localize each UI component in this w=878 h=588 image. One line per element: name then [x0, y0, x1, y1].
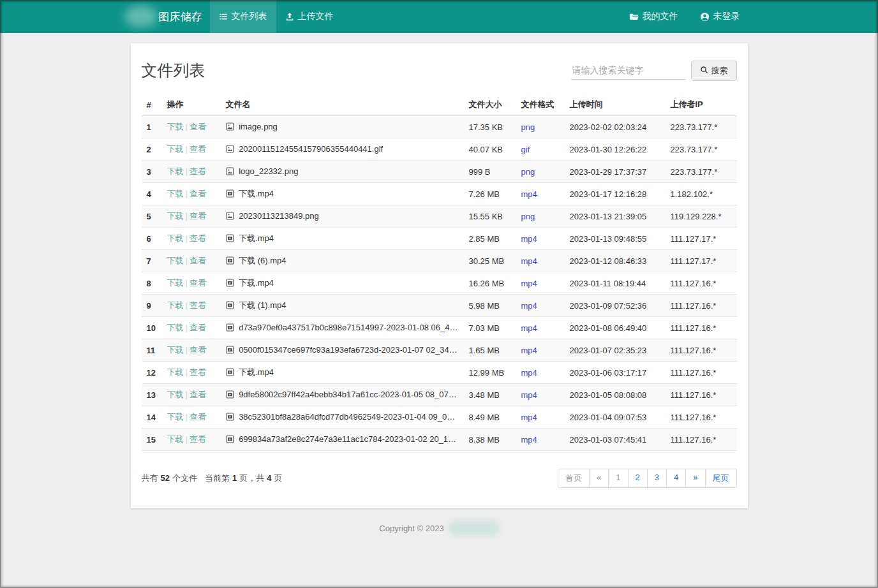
- download-link[interactable]: 下载: [167, 412, 184, 422]
- download-link[interactable]: 下载: [167, 434, 184, 444]
- pagination-button[interactable]: »: [685, 469, 705, 488]
- view-link[interactable]: 查看: [190, 300, 206, 310]
- download-link[interactable]: 下载: [167, 166, 184, 176]
- view-link[interactable]: 查看: [190, 166, 206, 176]
- download-link[interactable]: 下载: [167, 278, 184, 288]
- search-input[interactable]: [571, 61, 686, 80]
- table-row: 3 下载|查看 logo_22332.png 999 B png 2023-01…: [142, 161, 737, 183]
- nav-item-file-list[interactable]: 文件列表: [210, 0, 276, 33]
- file-format-link[interactable]: mp4: [521, 189, 537, 199]
- nav-item-login-status[interactable]: 未登录: [692, 0, 748, 33]
- download-link[interactable]: 下载: [167, 390, 184, 399]
- view-link[interactable]: 查看: [190, 390, 206, 399]
- action-separator: |: [186, 166, 188, 176]
- file-format-link[interactable]: png: [521, 212, 535, 221]
- download-link[interactable]: 下载: [167, 211, 184, 221]
- download-link[interactable]: 下载: [167, 323, 184, 332]
- nav-item-my-files[interactable]: 我的文件: [621, 0, 686, 33]
- file-format-link[interactable]: png: [521, 167, 535, 177]
- file-video-icon: [226, 301, 234, 311]
- view-link[interactable]: 查看: [190, 122, 206, 131]
- download-link[interactable]: 下载: [167, 189, 184, 198]
- action-separator: |: [186, 122, 188, 131]
- view-link[interactable]: 查看: [190, 367, 206, 377]
- list-icon: [219, 12, 228, 21]
- view-link[interactable]: 查看: [190, 144, 206, 154]
- file-video-icon: [226, 435, 234, 445]
- pagination-button[interactable]: 3: [647, 469, 667, 488]
- file-size: 40.07 KB: [464, 138, 516, 161]
- view-link[interactable]: 查看: [190, 189, 206, 198]
- file-video-icon: [226, 413, 234, 423]
- current-page-number: 1: [232, 473, 237, 483]
- download-link[interactable]: 下载: [167, 345, 184, 355]
- file-video-icon: [226, 189, 234, 200]
- file-format-link[interactable]: png: [521, 122, 535, 132]
- row-index: 2: [142, 138, 162, 161]
- view-link[interactable]: 查看: [190, 345, 206, 355]
- download-link[interactable]: 下载: [167, 122, 184, 131]
- header-format: 文件格式: [516, 94, 565, 116]
- file-video-icon: [226, 323, 234, 334]
- file-format-link[interactable]: mp4: [521, 346, 537, 355]
- download-link[interactable]: 下载: [167, 367, 184, 377]
- view-link[interactable]: 查看: [190, 434, 206, 444]
- row-index: 9: [142, 295, 162, 317]
- upload-time: 2023-01-12 08:46:33: [565, 250, 666, 272]
- pagination: 首页«1234»尾页: [558, 469, 736, 488]
- file-format-link[interactable]: mp4: [521, 301, 537, 311]
- uploader-ip: 111.127.16.*: [666, 362, 737, 384]
- view-link[interactable]: 查看: [190, 256, 206, 265]
- view-link[interactable]: 查看: [190, 323, 206, 332]
- table-row: 10 下载|查看 d73a970ef0a437517b0c898e7151499…: [142, 317, 737, 339]
- nav-item-upload[interactable]: 上传文件: [276, 0, 343, 33]
- row-index: 8: [142, 272, 162, 295]
- row-index: 5: [142, 205, 162, 228]
- folder-icon: [629, 12, 639, 22]
- header-uploader-ip: 上传者IP: [666, 94, 737, 116]
- file-image-icon: [226, 167, 234, 177]
- view-link[interactable]: 查看: [190, 412, 206, 422]
- view-link[interactable]: 查看: [190, 211, 206, 221]
- file-format-link[interactable]: mp4: [521, 435, 537, 445]
- pagination-button[interactable]: 2: [628, 469, 648, 488]
- search-button[interactable]: 搜索: [691, 61, 737, 81]
- row-actions: 下载|查看: [162, 406, 221, 429]
- file-size: 7.26 MB: [464, 183, 516, 205]
- uploader-ip: 111.127.17.*: [666, 228, 737, 250]
- file-format-link[interactable]: mp4: [521, 413, 537, 422]
- uploader-ip: 223.73.177.*: [666, 116, 737, 138]
- file-format-link[interactable]: mp4: [521, 256, 537, 266]
- download-link[interactable]: 下载: [167, 144, 184, 154]
- file-name: 下载 (6).mp4: [239, 256, 286, 265]
- file-size: 17.35 KB: [464, 116, 516, 138]
- summary-text: 页: [274, 473, 282, 484]
- row-filename-cell: 下载.mp4: [221, 228, 464, 250]
- view-link[interactable]: 查看: [190, 233, 206, 243]
- row-index: 7: [142, 250, 162, 272]
- file-video-icon: [226, 279, 234, 289]
- file-format-link[interactable]: gif: [521, 145, 530, 154]
- row-format-cell: png: [516, 205, 565, 228]
- download-link[interactable]: 下载: [167, 233, 184, 243]
- download-link[interactable]: 下载: [167, 300, 184, 310]
- row-actions: 下载|查看: [162, 429, 221, 451]
- file-format-link[interactable]: mp4: [521, 323, 537, 333]
- file-format-link[interactable]: mp4: [521, 279, 537, 288]
- file-name: logo_22332.png: [239, 166, 298, 176]
- row-format-cell: png: [516, 161, 565, 183]
- nav-item-label: 文件列表: [232, 11, 267, 22]
- pagination-button[interactable]: 4: [666, 469, 686, 488]
- row-index: 15: [142, 429, 162, 451]
- file-format-link[interactable]: mp4: [521, 390, 537, 400]
- brand-link[interactable]: 图床储存: [124, 0, 202, 33]
- view-link[interactable]: 查看: [190, 278, 206, 288]
- file-name: d73a970ef0a437517b0c898e71514997-2023-01…: [239, 323, 463, 332]
- upload-time: 2023-01-30 12:26:22: [565, 138, 666, 161]
- pagination-button[interactable]: 尾页: [705, 469, 737, 488]
- action-separator: |: [186, 390, 188, 399]
- file-format-link[interactable]: mp4: [521, 234, 537, 244]
- download-link[interactable]: 下载: [167, 256, 184, 265]
- row-format-cell: mp4: [516, 228, 565, 250]
- file-format-link[interactable]: mp4: [521, 368, 537, 378]
